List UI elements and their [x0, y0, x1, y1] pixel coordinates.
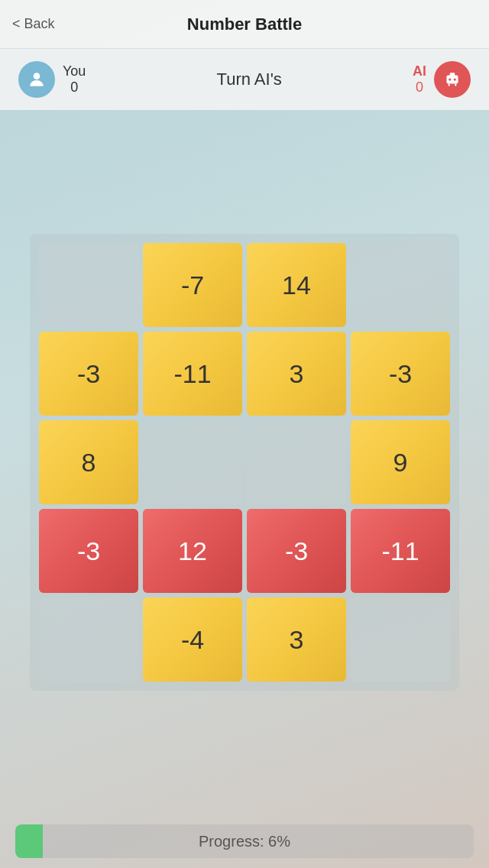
nav-title: Number Battle — [187, 15, 302, 34]
svg-point-4 — [454, 78, 456, 80]
svg-rect-1 — [446, 76, 458, 84]
svg-point-3 — [449, 78, 451, 80]
svg-point-0 — [34, 73, 40, 79]
grid-cell-6[interactable]: 3 — [247, 332, 346, 416]
grid-cell-10 — [247, 420, 346, 504]
grid-cell-3 — [351, 243, 450, 327]
you-score-block: You 0 — [63, 63, 86, 96]
svg-rect-2 — [450, 73, 455, 76]
grid-cell-16 — [39, 598, 138, 682]
grid-container: -714-3-113-389-312-3-11-43 — [30, 234, 459, 691]
nav-bar: < Back Number Battle — [0, 0, 489, 49]
you-score: 0 — [63, 79, 86, 96]
game-area: -714-3-113-389-312-3-11-43 — [0, 110, 489, 815]
back-button[interactable]: < Back — [12, 16, 55, 32]
grid-cell-4[interactable]: -3 — [39, 332, 138, 416]
grid-cell-17[interactable]: -4 — [143, 598, 242, 682]
grid-cell-11[interactable]: 9 — [351, 420, 450, 504]
grid-cell-8[interactable]: 8 — [39, 420, 138, 504]
progress-fill — [15, 824, 43, 858]
ai-score: 0 — [413, 79, 426, 96]
svg-rect-6 — [455, 83, 456, 86]
ai-score-block: AI 0 — [413, 63, 426, 96]
grid-cell-18[interactable]: 3 — [247, 598, 346, 682]
grid-cell-19 — [351, 598, 450, 682]
you-name: You — [63, 63, 86, 79]
grid-cell-7[interactable]: -3 — [351, 332, 450, 416]
grid-cell-14[interactable]: -3 — [247, 509, 346, 593]
grid-cell-13[interactable]: 12 — [143, 509, 242, 593]
grid-cell-2[interactable]: 14 — [247, 243, 346, 327]
grid-cell-1[interactable]: -7 — [143, 243, 242, 327]
progress-area: Progress: 6% — [0, 815, 489, 868]
ai-name: AI — [413, 63, 426, 79]
ai-avatar — [434, 61, 471, 98]
progress-label: Progress: 6% — [199, 833, 290, 850]
progress-bar-container: Progress: 6% — [15, 824, 474, 858]
you-player-info: You 0 — [18, 61, 86, 98]
you-avatar — [18, 61, 55, 98]
svg-rect-5 — [449, 83, 450, 86]
grid-cell-9 — [143, 420, 242, 504]
back-label: < Back — [12, 16, 55, 32]
grid-cell-15[interactable]: -11 — [351, 509, 450, 593]
ai-player-info: AI 0 — [413, 61, 471, 98]
grid-cell-12[interactable]: -3 — [39, 509, 138, 593]
score-header: You 0 Turn AI's AI 0 — [0, 49, 489, 110]
grid-cell-5[interactable]: -11 — [143, 332, 242, 416]
grid-cell-0 — [39, 243, 138, 327]
turn-label: Turn AI's — [217, 70, 282, 89]
